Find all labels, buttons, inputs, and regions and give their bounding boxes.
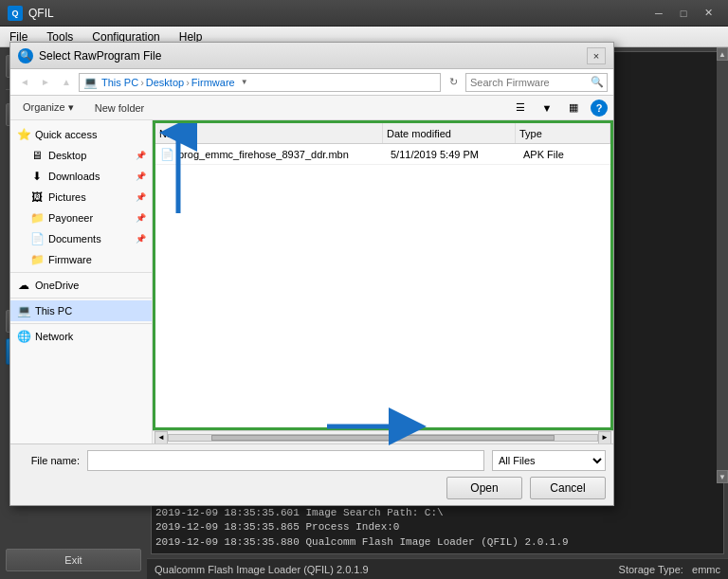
desktop-icon: 🖥 xyxy=(29,148,45,163)
app-title: QFIL xyxy=(28,7,646,20)
log-line-3: 2019-12-09 18:35:35.880 Qualcomm Flash I… xyxy=(155,535,719,550)
col-header-date[interactable]: Date modified xyxy=(383,123,516,143)
maximize-button[interactable]: □ xyxy=(671,4,696,23)
pin-icon-3: 📌 xyxy=(136,192,146,202)
file-icon: 📄 xyxy=(159,147,174,162)
path-part-desktop[interactable]: Desktop xyxy=(146,77,184,88)
dialog-action-row: Open Cancel xyxy=(18,477,606,499)
h-scroll-left-button[interactable]: ◄ xyxy=(155,431,168,444)
nav-item-label: Quick access xyxy=(35,129,97,140)
nav-item-label: Payoneer xyxy=(48,212,93,224)
search-wrapper: 🔍 xyxy=(465,73,608,92)
network-icon: 🌐 xyxy=(16,329,31,344)
app-icon: Q xyxy=(8,6,23,21)
log-line-1: 2019-12-09 18:35:35.601 Image Search Pat… xyxy=(155,506,719,520)
pictures-icon: 🖼 xyxy=(29,190,45,205)
organize-button[interactable]: Organize ▾ xyxy=(16,99,81,117)
nav-item-pictures[interactable]: 🖼 Pictures 📌 xyxy=(10,187,152,208)
column-headers: Name Date modified Type xyxy=(155,123,610,144)
nav-item-quick-access[interactable]: ⭐ Quick access xyxy=(10,124,152,145)
search-icon: 🔍 xyxy=(591,76,604,88)
view-dropdown-button[interactable]: ▼ xyxy=(537,99,556,118)
file-name-row: File name: All Files*.mbn*.xml*.bin xyxy=(18,450,606,471)
dialog-title: Select RawProgram File xyxy=(39,49,587,63)
onedrive-icon: ☁ xyxy=(16,278,31,293)
path-part-thispc[interactable]: This PC xyxy=(101,77,138,88)
scroll-up-button[interactable]: ▲ xyxy=(717,47,728,61)
file-name-cell: 📄 prog_emmc_firehose_8937_ddr.mbn xyxy=(159,147,391,162)
pin-icon-5: 📌 xyxy=(136,234,146,244)
nav-item-desktop[interactable]: 🖥 Desktop 📌 xyxy=(10,145,152,166)
nav-item-documents[interactable]: 📄 Documents 📌 xyxy=(10,228,152,249)
path-dropdown-button[interactable]: ▼ xyxy=(237,75,252,90)
view-list-button[interactable]: ☰ xyxy=(511,99,530,118)
new-folder-button[interactable]: New folder xyxy=(88,100,152,117)
dialog-icon: 🔍 xyxy=(18,48,33,63)
pin-icon: 📌 xyxy=(136,151,146,160)
nav-forward-button[interactable]: ► xyxy=(37,74,54,91)
nav-item-downloads[interactable]: ⬇ Downloads 📌 xyxy=(10,166,152,187)
downloads-icon: ⬇ xyxy=(29,169,45,184)
payoneer-icon: 📁 xyxy=(29,210,45,226)
cancel-button[interactable]: Cancel xyxy=(530,477,606,499)
dialog-bottom: File name: All Files*.mbn*.xml*.bin Open… xyxy=(10,443,613,505)
nav-item-network[interactable]: 🌐 Network xyxy=(10,326,152,347)
nav-item-label: Pictures xyxy=(48,191,86,203)
nav-item-label: Network xyxy=(35,331,73,342)
minimize-button[interactable]: ─ xyxy=(646,4,671,23)
search-input[interactable] xyxy=(465,73,608,92)
quick-access-icon: ⭐ xyxy=(16,127,31,142)
refresh-button[interactable]: ↻ xyxy=(445,74,462,91)
nav-back-button[interactable]: ◄ xyxy=(16,74,33,91)
help-button[interactable]: ? xyxy=(591,100,608,117)
file-list-area: Name Date modified Type 📄 prog_emmc_fire… xyxy=(153,120,613,443)
file-name: prog_emmc_firehose_8937_ddr.mbn xyxy=(178,149,349,160)
scroll-down-button[interactable]: ▼ xyxy=(717,470,728,483)
file-type-select[interactable]: All Files*.mbn*.xml*.bin xyxy=(492,450,606,471)
dialog-close-button[interactable]: × xyxy=(587,47,606,64)
app-version-label: Qualcomm Flash Image Loader (QFIL) 2.0.1… xyxy=(155,564,369,575)
open-button[interactable]: Open xyxy=(446,477,522,499)
title-bar: Q QFIL ─ □ ✕ xyxy=(0,0,728,27)
pin-icon-2: 📌 xyxy=(136,172,146,181)
nav-item-label: Firmware xyxy=(48,254,92,265)
file-name-input[interactable] xyxy=(87,450,484,471)
col-header-name[interactable]: Name xyxy=(155,123,383,143)
exit-button[interactable]: Exit xyxy=(6,549,141,571)
dialog-content: ⭐ Quick access 🖥 Desktop 📌 ⬇ Downloads 📌… xyxy=(10,120,613,443)
scroll-track xyxy=(717,61,728,470)
path-part-firmware[interactable]: Firmware xyxy=(191,77,235,88)
file-type-cell: APK File xyxy=(523,149,607,160)
window-controls: ─ □ ✕ xyxy=(646,4,720,23)
file-list-highlighted: Name Date modified Type 📄 prog_emmc_fire… xyxy=(153,120,613,430)
dialog-toolbar: Organize ▾ New folder ☰ ▼ ▦ ? xyxy=(10,96,613,120)
col-header-type[interactable]: Type xyxy=(516,123,610,143)
file-name-label: File name: xyxy=(18,455,80,466)
view-layout-button[interactable]: ▦ xyxy=(564,99,583,118)
firmware-icon: 📁 xyxy=(29,252,45,267)
documents-icon: 📄 xyxy=(29,231,45,246)
dialog-title-bar: 🔍 Select RawProgram File × xyxy=(10,43,613,69)
nav-item-firmware[interactable]: 📁 Firmware xyxy=(10,249,152,270)
h-scroll-right-button[interactable]: ► xyxy=(598,431,611,444)
file-rows: 📄 prog_emmc_firehose_8937_ddr.mbn 5/11/2… xyxy=(155,144,610,427)
path-breadcrumb: 💻 This PC › Desktop › Firmware ▼ xyxy=(79,73,441,92)
nav-item-label: Documents xyxy=(48,233,101,244)
nav-item-onedrive[interactable]: ☁ OneDrive xyxy=(10,275,152,296)
app-window: Q QFIL ─ □ ✕ File Tools Configuration He… xyxy=(0,0,728,579)
h-scrollbar-track[interactable] xyxy=(168,434,598,442)
h-scrollbar-thumb[interactable] xyxy=(211,435,555,441)
table-row[interactable]: 📄 prog_emmc_firehose_8937_ddr.mbn 5/11/2… xyxy=(155,144,610,165)
nav-up-button[interactable]: ▲ xyxy=(58,74,75,91)
close-button[interactable]: ✕ xyxy=(696,4,720,23)
log-line-2: 2019-12-09 18:35:35.865 Process Index:0 xyxy=(155,520,719,534)
file-dialog: 🔍 Select RawProgram File × ◄ ► ▲ 💻 This … xyxy=(9,42,614,506)
nav-item-label: Downloads xyxy=(48,171,100,182)
pin-icon-4: 📌 xyxy=(136,213,146,223)
nav-item-label: This PC xyxy=(35,305,72,317)
nav-item-label: Desktop xyxy=(48,150,86,161)
nav-item-payoneer[interactable]: 📁 Payoneer 📌 xyxy=(10,208,152,228)
nav-item-thispc[interactable]: 💻 This PC xyxy=(10,300,152,321)
nav-item-label: OneDrive xyxy=(35,280,79,291)
nav-panel: ⭐ Quick access 🖥 Desktop 📌 ⬇ Downloads 📌… xyxy=(10,120,153,443)
